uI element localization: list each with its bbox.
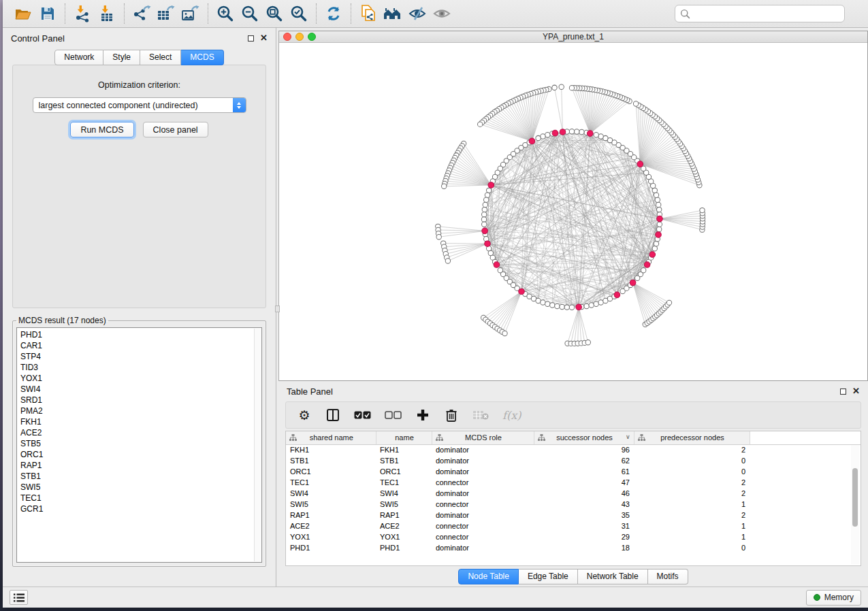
float-panel-icon[interactable] [248, 35, 254, 42]
mcds-node[interactable] [560, 129, 566, 135]
network-node[interactable] [654, 193, 658, 197]
table-cell[interactable]: PHD1 [286, 542, 376, 553]
tab-node-table[interactable]: Node Table [458, 569, 519, 584]
table-cell[interactable]: dominator [432, 455, 534, 466]
deselect-all-button[interactable] [385, 406, 402, 424]
mcds-node[interactable] [588, 131, 594, 137]
table-cell[interactable]: 61 [534, 466, 634, 477]
mcds-node[interactable] [630, 280, 636, 286]
table-settings-button[interactable]: ⚙ [297, 406, 312, 424]
network-node[interactable] [594, 301, 598, 306]
network-node[interactable] [536, 298, 541, 303]
table-row[interactable]: SWI5SWI5connector431 [286, 499, 861, 510]
table-cell[interactable]: 43 [534, 499, 634, 510]
table-cell[interactable]: SWI4 [376, 488, 432, 499]
network-node[interactable] [598, 134, 603, 139]
table-cell[interactable]: 62 [534, 455, 634, 466]
network-node[interactable] [656, 202, 661, 207]
function-builder-button[interactable]: f(x) [502, 406, 521, 424]
mcds-node[interactable] [644, 262, 650, 268]
add-column-button[interactable] [415, 406, 430, 424]
table-cell[interactable]: 47 [534, 477, 634, 488]
delete-table-button[interactable] [472, 406, 489, 424]
table-cell[interactable]: dominator [432, 542, 534, 553]
mcds-node[interactable] [649, 252, 656, 258]
mcds-node[interactable] [656, 232, 662, 238]
split-divider-handle[interactable] [275, 306, 280, 312]
table-cell[interactable]: YOX1 [286, 531, 376, 542]
table-cell[interactable]: 1 [634, 531, 750, 542]
network-node[interactable] [545, 133, 550, 137]
save-session-button[interactable] [35, 3, 60, 24]
table-cell[interactable]: YOX1 [376, 531, 432, 542]
mcds-node[interactable] [482, 228, 488, 234]
network-node[interactable] [655, 197, 660, 202]
table-row[interactable]: ORC1ORC1dominator610 [286, 466, 861, 477]
table-cell[interactable]: connector [432, 531, 534, 542]
network-node[interactable] [545, 301, 550, 306]
close-panel-button[interactable]: Close panel [143, 122, 208, 137]
table-cell[interactable]: dominator [432, 444, 534, 455]
network-node[interactable] [536, 135, 541, 140]
table-row[interactable]: TEC1TEC1connector472 [286, 477, 861, 488]
network-canvas[interactable] [279, 43, 867, 380]
import-table-button[interactable] [95, 3, 119, 24]
table-cell[interactable]: SWI4 [286, 488, 376, 499]
table-cell[interactable]: connector [432, 499, 534, 510]
table-cell[interactable]: ORC1 [376, 466, 432, 477]
mcds-result-item[interactable]: GCR1 [20, 503, 261, 514]
mcds-result-list[interactable]: PHD1CAR1STP4TID3YOX1SWI4SRD1PMA2FKH1ACE2… [16, 327, 262, 563]
table-row[interactable]: STB1STB1dominator620 [286, 455, 861, 466]
zoom-selected-button[interactable] [287, 3, 311, 24]
network-node[interactable] [594, 133, 598, 137]
network-node[interactable] [502, 331, 507, 335]
mcds-result-item[interactable]: SWI5 [20, 482, 261, 493]
mcds-node[interactable] [488, 182, 494, 188]
network-node[interactable] [487, 188, 492, 193]
column-header-mcds-role[interactable]: MCDS role [432, 431, 534, 444]
mcds-result-item[interactable]: ACE2 [20, 427, 261, 438]
tab-select[interactable]: Select [140, 50, 181, 65]
mcds-result-item[interactable]: PHD1 [20, 329, 261, 340]
search-input[interactable] [690, 9, 839, 18]
network-node[interactable] [569, 85, 574, 90]
zoom-in-button[interactable] [213, 3, 238, 24]
mcds-node[interactable] [494, 262, 500, 268]
network-node[interactable] [550, 303, 555, 308]
mcds-result-item[interactable]: CAR1 [20, 340, 261, 351]
search-box[interactable] [675, 5, 845, 22]
table-scrollbar-thumb[interactable] [852, 468, 858, 527]
table-cell[interactable]: 1 [634, 521, 750, 531]
mcds-node[interactable] [552, 130, 558, 136]
table-cell[interactable]: 31 [534, 521, 634, 531]
hide-selected-button[interactable] [405, 3, 430, 24]
network-node[interactable] [603, 135, 608, 140]
network-node[interactable] [666, 300, 671, 305]
table-row[interactable]: SWI4SWI4dominator462 [286, 488, 861, 499]
network-node[interactable] [584, 303, 589, 308]
mcds-result-item[interactable]: SWI4 [20, 384, 261, 395]
table-cell[interactable]: dominator [432, 510, 534, 521]
memory-button[interactable]: Memory [806, 590, 861, 606]
tab-mcds[interactable]: MCDS [181, 50, 223, 65]
table-cell[interactable]: ORC1 [286, 466, 376, 477]
network-node[interactable] [559, 84, 564, 89]
table-row[interactable]: RAP1RAP1dominator352 [286, 510, 861, 521]
table-cell[interactable]: 35 [534, 510, 634, 521]
table-cell[interactable]: TEC1 [286, 477, 376, 488]
mcds-node[interactable] [519, 288, 525, 295]
mcds-node[interactable] [485, 241, 491, 247]
table-cell[interactable]: 0 [634, 542, 750, 553]
table-cell[interactable]: 46 [534, 488, 634, 499]
first-neighbors-button[interactable] [381, 3, 405, 24]
open-session-button[interactable] [11, 3, 35, 24]
network-node[interactable] [483, 202, 487, 207]
export-image-button[interactable] [178, 3, 203, 24]
network-node[interactable] [564, 305, 569, 310]
table-cell[interactable]: FKH1 [286, 444, 376, 455]
optimization-criterion-select[interactable]: largest connected component (undirected) [33, 97, 246, 113]
mcds-result-item[interactable]: PMA2 [20, 406, 261, 416]
select-all-button[interactable] [354, 406, 371, 424]
toggle-column-button[interactable] [325, 406, 340, 424]
column-header-successor-nodes[interactable]: successor nodes ∨ [534, 431, 634, 444]
